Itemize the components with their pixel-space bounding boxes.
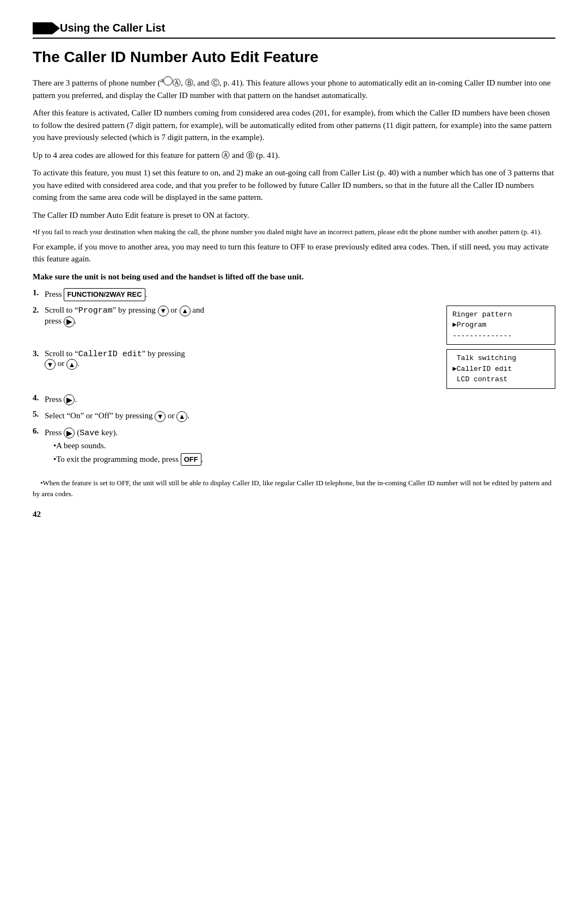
step-4: 4. Press ▶.: [33, 393, 555, 406]
header-rule: [33, 38, 555, 39]
step-2-text: Scroll to “Program” by pressing ▼ or ▲ a…: [45, 306, 436, 327]
step-6-bullet-1: •A beep sounds.: [45, 440, 555, 452]
paragraph-3: Up to 4 area codes are allowed for this …: [33, 149, 555, 162]
down-button-3: ▼: [155, 411, 166, 422]
paragraph-1: There are 3 patterns of phone number (aⒶ…: [33, 75, 555, 101]
right-button-3: ▶: [64, 428, 75, 438]
paragraph-2: After this feature is activated, Caller …: [33, 107, 555, 144]
step-1-content: Press FUNCTION/2WAY REC.: [45, 288, 555, 301]
final-note-text: •When the feature is set to OFF, the uni…: [33, 479, 552, 498]
step-2: 2. Scroll to “Program” by pressing ▼ or …: [33, 306, 555, 345]
paragraph-4: To activate this feature, you must 1) se…: [33, 167, 555, 204]
step-6-content: Press ▶ (Save key). •A beep sounds. •To …: [45, 426, 555, 467]
right-button: ▶: [64, 316, 75, 327]
paragraph-example: For example, if you move to another area…: [33, 241, 555, 265]
step-5-content: Select “On” or “Off” by pressing ▼ or ▲.: [45, 410, 555, 422]
down-button: ▼: [158, 306, 169, 316]
page-title: The Caller ID Number Auto Edit Feature: [33, 48, 555, 66]
arrow-icon: [33, 22, 52, 34]
note-1: •If you fail to reach your destination w…: [33, 227, 555, 237]
step-4-num: 4.: [33, 393, 45, 402]
function-key: FUNCTION/2WAY REC: [64, 288, 145, 301]
step-1: 1. Press FUNCTION/2WAY REC.: [33, 288, 555, 301]
step-3-content: Scroll to “CallerID edit” by pressing ▼ …: [45, 349, 555, 389]
step-4-content: Press ▶.: [45, 393, 555, 406]
step-2-content: Scroll to “Program” by pressing ▼ or ▲ a…: [45, 306, 555, 345]
down-button-2: ▼: [45, 359, 56, 370]
page-number: 42: [33, 510, 555, 519]
lcd-display-2: Talk switching ►CallerID edit LCD contra…: [446, 349, 555, 389]
header-title: Using the Caller List: [60, 22, 165, 34]
step-2-num: 2.: [33, 306, 45, 315]
final-note: •When the feature is set to OFF, the uni…: [33, 478, 555, 499]
step-3-num: 3.: [33, 349, 45, 358]
steps-section: 1. Press FUNCTION/2WAY REC. 2. Scroll to…: [33, 288, 555, 471]
step-3: 3. Scroll to “CallerID edit” by pressing…: [33, 349, 555, 389]
right-button-2: ▶: [64, 394, 75, 405]
up-button-3: ▲: [176, 411, 187, 422]
paragraph-5: The Caller ID number Auto Edit feature i…: [33, 209, 555, 222]
up-button-2: ▲: [66, 359, 77, 370]
step-6-num: 6.: [33, 426, 45, 436]
step-5: 5. Select “On” or “Off” by pressing ▼ or…: [33, 410, 555, 422]
step-5-num: 5.: [33, 410, 45, 419]
step-3-text: Scroll to “CallerID edit” by pressing ▼ …: [45, 349, 436, 370]
step-6: 6. Press ▶ (Save key). •A beep sounds. •…: [33, 426, 555, 467]
up-button: ▲: [180, 306, 191, 316]
bold-instruction: Make sure the unit is not being used and…: [33, 271, 555, 283]
off-key: OFF: [181, 453, 201, 466]
section-header: Using the Caller List: [33, 22, 555, 34]
step-6-bullet-2: •To exit the programming mode, press OFF…: [45, 453, 555, 466]
step-1-num: 1.: [33, 288, 45, 297]
lcd-display-1: Ringer pattern ►Program --------------: [446, 306, 555, 345]
